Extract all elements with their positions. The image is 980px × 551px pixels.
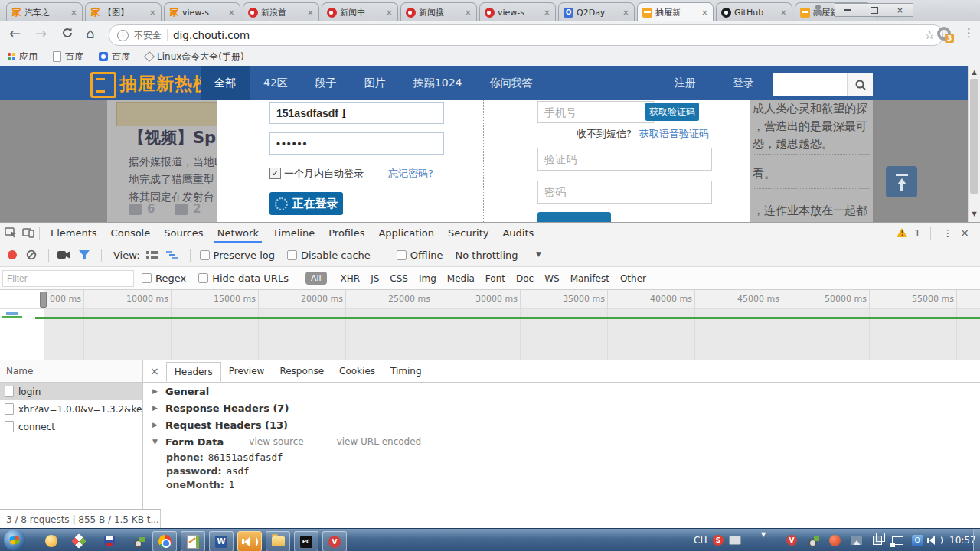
nav-qa[interactable]: 你问我答 [475, 66, 546, 100]
remember-label[interactable]: 一个月内自动登录 [284, 167, 364, 181]
taskbar-app-key[interactable] [127, 531, 150, 550]
scroll-up-icon[interactable]: ▲ [969, 67, 980, 78]
filter-type-manifest[interactable]: Manifest [570, 273, 609, 284]
checkbox-icon[interactable] [397, 250, 407, 260]
section-form-data[interactable]: ▼ Form Data view source view URL encoded [143, 433, 980, 450]
clock[interactable]: 10:57 [949, 535, 976, 546]
tab-console[interactable]: Console [104, 224, 158, 242]
tab-close-icon[interactable]: × [465, 8, 472, 18]
preserve-log-checkbox[interactable]: Preserve log [200, 249, 275, 261]
register-link[interactable]: 注册 [675, 66, 696, 100]
filter-type-xhr[interactable]: XHR [341, 273, 361, 284]
tab-security[interactable]: Security [441, 224, 495, 242]
browser-tab-9-active[interactable]: 抽屉新 × [637, 2, 714, 21]
nav-all[interactable]: 全部 [201, 66, 250, 100]
request-row-connect[interactable]: connect [0, 418, 142, 435]
reload-icon[interactable] [61, 26, 74, 43]
forgot-password-link[interactable]: 忘记密码? [388, 167, 433, 181]
list-view-icon[interactable] [146, 251, 158, 259]
show-hidden-icons-button[interactable]: ▼ [761, 530, 766, 539]
chouti-logo-icon[interactable] [90, 72, 116, 98]
browser-tab-6[interactable]: 新闻搜 × [400, 2, 477, 21]
regex-checkbox[interactable]: Regex [142, 272, 186, 284]
tab-close-icon[interactable]: × [386, 8, 393, 18]
checkbox-icon[interactable] [287, 250, 297, 260]
clear-icon[interactable] [26, 249, 37, 260]
taskbar-app-notes[interactable] [181, 531, 205, 551]
filter-type-font[interactable]: Font [485, 273, 505, 284]
forward-icon[interactable]: → [35, 25, 47, 42]
section-general[interactable]: ▶ General [143, 383, 980, 399]
taskbar-app-qq[interactable] [40, 531, 63, 550]
taskbar-app-word[interactable]: W [209, 531, 234, 551]
section-response-headers[interactable]: ▶ Response Headers (7) [143, 399, 980, 416]
password-input[interactable] [270, 132, 444, 155]
checkbox-icon[interactable] [142, 273, 152, 283]
browser-tab-7[interactable]: view-s × [479, 2, 556, 21]
device-toolbar-icon[interactable] [22, 227, 35, 239]
throttling-dropdown-icon[interactable]: ▼ [536, 250, 541, 258]
tab-close-icon[interactable]: × [701, 8, 708, 18]
keyboard-tray-icon[interactable] [729, 534, 741, 546]
scroll-down-icon[interactable]: ▼ [969, 208, 980, 220]
waterfall-view-icon[interactable] [166, 250, 178, 259]
nav-pics[interactable]: 图片 [351, 66, 400, 100]
phone-input[interactable] [537, 101, 654, 123]
browser-menu-icon[interactable]: ⋮ [963, 26, 975, 40]
filter-icon[interactable] [79, 250, 90, 260]
network-tray-icon[interactable] [891, 534, 903, 546]
language-indicator[interactable]: CH [694, 535, 707, 546]
tab-timeline[interactable]: Timeline [266, 224, 322, 242]
tab-close-icon[interactable]: × [307, 8, 314, 18]
browser-tab-8[interactable]: Q Q2Day × [558, 2, 635, 21]
filter-type-doc[interactable]: Doc [516, 273, 534, 284]
checkbox-icon[interactable] [200, 250, 210, 260]
view-source-link[interactable]: view source [249, 436, 303, 447]
filter-type-ws[interactable]: WS [544, 273, 559, 284]
bookmark-linux[interactable]: Linux命令大全(手册) [145, 51, 244, 64]
filter-type-img[interactable]: Img [419, 273, 436, 284]
verify-code-input[interactable] [537, 148, 712, 171]
record-button[interactable] [8, 250, 17, 259]
bookmark-apps[interactable]: 应用 [8, 51, 38, 64]
name-column-header[interactable]: Name [0, 360, 142, 383]
recording-tray-icon[interactable] [828, 534, 841, 546]
bookmark-star-icon[interactable]: ☆ [925, 28, 935, 42]
tab-application[interactable]: Application [371, 224, 441, 242]
start-button[interactable] [4, 530, 25, 551]
bookmark-baidu-1[interactable]: 百度 [53, 51, 83, 64]
voice-code-link[interactable]: 获取语音验证码 [639, 127, 709, 141]
taskbar-app-audio[interactable] [237, 531, 262, 551]
page-scrollbar[interactable]: ▲ ▼ [968, 66, 980, 222]
devtools-close-icon[interactable]: × [960, 227, 969, 239]
timeline-selection-handle[interactable] [40, 292, 47, 308]
tab-elements[interactable]: Elements [44, 224, 104, 242]
signin-link[interactable]: 登录 [733, 66, 754, 100]
hide-data-urls-checkbox[interactable]: Hide data URLs [198, 272, 289, 284]
tab-close-icon[interactable]: × [228, 8, 235, 18]
request-row-login[interactable]: login [0, 383, 142, 400]
volume-tray-icon[interactable] [929, 534, 941, 546]
login-submit-button[interactable]: 正在登录 [270, 192, 343, 215]
filter-type-other[interactable]: Other [620, 273, 646, 284]
search-button[interactable] [847, 73, 873, 96]
window-minimize-button[interactable] [835, 3, 861, 17]
key-tray-icon[interactable] [807, 534, 819, 546]
tab-response[interactable]: Response [272, 361, 332, 381]
taskbar-app-pinwheel[interactable] [67, 531, 90, 550]
profile-icon[interactable] [812, 4, 825, 16]
nav-42[interactable]: 42区 [250, 66, 302, 100]
filter-type-media[interactable]: Media [447, 273, 475, 284]
photo-tray-icon[interactable] [850, 534, 862, 546]
remember-checkbox[interactable]: ✓ [270, 168, 281, 179]
sogou-tray-icon[interactable]: S [712, 534, 724, 546]
security-label[interactable]: 不安全 [134, 29, 162, 42]
browser-tab-3[interactable]: 家 view-s × [164, 2, 240, 21]
taskbar-app-explorer[interactable] [266, 531, 290, 551]
tab-audits[interactable]: Audits [495, 224, 541, 242]
tab-close-icon[interactable]: × [70, 8, 77, 18]
tab-close-icon[interactable]: × [622, 8, 629, 18]
browser-tab-1[interactable]: 家 汽车之 × [6, 2, 83, 21]
view-url-encoded-link[interactable]: view URL encoded [337, 436, 422, 447]
close-details-icon[interactable]: × [143, 365, 166, 377]
